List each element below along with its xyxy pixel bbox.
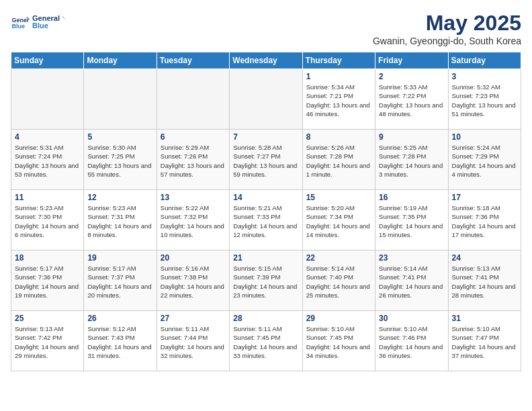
day-number: 31 bbox=[452, 314, 517, 323]
calendar-cell: 5Sunrise: 5:30 AMSunset: 7:25 PMDaylight… bbox=[84, 130, 157, 190]
calendar-cell: 15Sunrise: 5:20 AMSunset: 7:34 PMDayligh… bbox=[302, 190, 375, 250]
day-info: Sunrise: 5:34 AMSunset: 7:21 PMDaylight:… bbox=[306, 83, 371, 118]
calendar-cell: 25Sunrise: 5:13 AMSunset: 7:42 PMDayligh… bbox=[11, 311, 84, 371]
calendar-cell: 8Sunrise: 5:26 AMSunset: 7:28 PMDaylight… bbox=[302, 130, 375, 190]
calendar-cell: 12Sunrise: 5:23 AMSunset: 7:31 PMDayligh… bbox=[84, 190, 157, 250]
weekday-header-monday: Monday bbox=[84, 52, 157, 69]
calendar-cell: 20Sunrise: 5:16 AMSunset: 7:38 PMDayligh… bbox=[157, 250, 229, 311]
weekday-header-row: SundayMondayTuesdayWednesdayThursdayFrid… bbox=[11, 52, 521, 69]
calendar-cell: 4Sunrise: 5:31 AMSunset: 7:24 PMDaylight… bbox=[11, 130, 84, 190]
day-info: Sunrise: 5:22 AMSunset: 7:32 PMDaylight:… bbox=[161, 203, 226, 239]
calendar-cell: 3Sunrise: 5:32 AMSunset: 7:23 PMDaylight… bbox=[448, 69, 521, 130]
day-number: 11 bbox=[15, 193, 80, 202]
day-info: Sunrise: 5:18 AMSunset: 7:36 PMDaylight:… bbox=[452, 203, 517, 239]
day-info: Sunrise: 5:23 AMSunset: 7:30 PMDaylight:… bbox=[15, 203, 80, 239]
logo-icon: General Blue bbox=[11, 13, 30, 32]
calendar-cell: 31Sunrise: 5:10 AMSunset: 7:47 PMDayligh… bbox=[448, 311, 521, 371]
day-info: Sunrise: 5:10 AMSunset: 7:46 PMDaylight:… bbox=[379, 324, 444, 360]
day-info: Sunrise: 5:10 AMSunset: 7:45 PMDaylight:… bbox=[306, 324, 371, 360]
weekday-header-friday: Friday bbox=[375, 52, 448, 69]
day-info: Sunrise: 5:28 AMSunset: 7:27 PMDaylight:… bbox=[233, 143, 298, 179]
day-number: 2 bbox=[379, 72, 444, 81]
weekday-header-sunday: Sunday bbox=[11, 52, 84, 69]
day-info: Sunrise: 5:20 AMSunset: 7:34 PMDaylight:… bbox=[306, 203, 371, 239]
page-header: General Blue General Blue May 2025 Gwani… bbox=[11, 11, 521, 46]
day-info: Sunrise: 5:16 AMSunset: 7:38 PMDaylight:… bbox=[161, 264, 226, 300]
calendar-cell: 1Sunrise: 5:34 AMSunset: 7:21 PMDaylight… bbox=[302, 69, 375, 130]
calendar-cell: 7Sunrise: 5:28 AMSunset: 7:27 PMDaylight… bbox=[230, 130, 302, 190]
svg-text:General: General bbox=[32, 14, 60, 22]
calendar-cell: 23Sunrise: 5:14 AMSunset: 7:41 PMDayligh… bbox=[375, 250, 448, 311]
day-number: 25 bbox=[15, 314, 80, 323]
day-info: Sunrise: 5:31 AMSunset: 7:24 PMDaylight:… bbox=[15, 143, 80, 179]
week-row-3: 11Sunrise: 5:23 AMSunset: 7:30 PMDayligh… bbox=[11, 190, 521, 250]
day-number: 24 bbox=[452, 253, 517, 263]
day-number: 28 bbox=[233, 314, 298, 323]
day-info: Sunrise: 5:13 AMSunset: 7:41 PMDaylight:… bbox=[452, 264, 517, 300]
day-info: Sunrise: 5:12 AMSunset: 7:43 PMDaylight:… bbox=[87, 324, 152, 360]
day-info: Sunrise: 5:32 AMSunset: 7:23 PMDaylight:… bbox=[452, 83, 517, 118]
day-info: Sunrise: 5:23 AMSunset: 7:31 PMDaylight:… bbox=[87, 203, 152, 239]
day-number: 21 bbox=[233, 253, 298, 263]
day-number: 22 bbox=[306, 253, 371, 263]
calendar-table: SundayMondayTuesdayWednesdayThursdayFrid… bbox=[11, 52, 521, 371]
calendar-cell: 19Sunrise: 5:17 AMSunset: 7:37 PMDayligh… bbox=[84, 250, 157, 311]
logo-bird-icon: General Blue bbox=[32, 11, 66, 35]
day-info: Sunrise: 5:30 AMSunset: 7:25 PMDaylight:… bbox=[87, 143, 152, 179]
day-info: Sunrise: 5:14 AMSunset: 7:41 PMDaylight:… bbox=[379, 264, 444, 300]
day-number: 27 bbox=[161, 314, 226, 323]
calendar-cell: 16Sunrise: 5:19 AMSunset: 7:35 PMDayligh… bbox=[375, 190, 448, 250]
day-number: 1 bbox=[306, 72, 371, 81]
title-block: May 2025 Gwanin, Gyeonggi-do, South Kore… bbox=[373, 11, 521, 46]
day-number: 9 bbox=[379, 132, 444, 142]
day-info: Sunrise: 5:29 AMSunset: 7:26 PMDaylight:… bbox=[161, 143, 226, 179]
week-row-4: 18Sunrise: 5:17 AMSunset: 7:36 PMDayligh… bbox=[11, 250, 521, 311]
day-info: Sunrise: 5:11 AMSunset: 7:44 PMDaylight:… bbox=[161, 324, 226, 360]
calendar-cell: 10Sunrise: 5:24 AMSunset: 7:29 PMDayligh… bbox=[448, 130, 521, 190]
day-number: 15 bbox=[306, 193, 371, 202]
day-info: Sunrise: 5:24 AMSunset: 7:29 PMDaylight:… bbox=[452, 143, 517, 179]
calendar-cell bbox=[157, 69, 229, 130]
calendar-cell: 26Sunrise: 5:12 AMSunset: 7:43 PMDayligh… bbox=[84, 311, 157, 371]
day-number: 17 bbox=[452, 193, 517, 202]
weekday-header-tuesday: Tuesday bbox=[157, 52, 229, 69]
calendar-cell bbox=[11, 69, 84, 130]
day-number: 12 bbox=[87, 193, 152, 202]
day-number: 13 bbox=[161, 193, 226, 202]
day-number: 29 bbox=[306, 314, 371, 323]
day-number: 14 bbox=[233, 193, 298, 202]
calendar-cell bbox=[84, 69, 157, 130]
calendar-cell: 13Sunrise: 5:22 AMSunset: 7:32 PMDayligh… bbox=[157, 190, 229, 250]
day-info: Sunrise: 5:33 AMSunset: 7:22 PMDaylight:… bbox=[379, 83, 444, 118]
calendar-cell: 29Sunrise: 5:10 AMSunset: 7:45 PMDayligh… bbox=[302, 311, 375, 371]
day-number: 23 bbox=[379, 253, 444, 263]
weekday-header-wednesday: Wednesday bbox=[230, 52, 302, 69]
svg-marker-6 bbox=[62, 16, 66, 20]
day-info: Sunrise: 5:13 AMSunset: 7:42 PMDaylight:… bbox=[15, 324, 80, 360]
logo: General Blue General Blue bbox=[11, 11, 66, 35]
day-number: 26 bbox=[87, 314, 152, 323]
day-info: Sunrise: 5:15 AMSunset: 7:39 PMDaylight:… bbox=[233, 264, 298, 300]
calendar-cell: 6Sunrise: 5:29 AMSunset: 7:26 PMDaylight… bbox=[157, 130, 229, 190]
day-info: Sunrise: 5:19 AMSunset: 7:35 PMDaylight:… bbox=[379, 203, 444, 239]
month-title: May 2025 bbox=[373, 11, 521, 36]
day-info: Sunrise: 5:17 AMSunset: 7:36 PMDaylight:… bbox=[15, 264, 80, 300]
calendar-cell: 17Sunrise: 5:18 AMSunset: 7:36 PMDayligh… bbox=[448, 190, 521, 250]
day-number: 18 bbox=[15, 253, 80, 263]
calendar-cell: 24Sunrise: 5:13 AMSunset: 7:41 PMDayligh… bbox=[448, 250, 521, 311]
calendar-cell: 22Sunrise: 5:14 AMSunset: 7:40 PMDayligh… bbox=[302, 250, 375, 311]
day-info: Sunrise: 5:17 AMSunset: 7:37 PMDaylight:… bbox=[87, 264, 152, 300]
location-subtitle: Gwanin, Gyeonggi-do, South Korea bbox=[373, 36, 521, 46]
calendar-cell: 11Sunrise: 5:23 AMSunset: 7:30 PMDayligh… bbox=[11, 190, 84, 250]
day-number: 3 bbox=[452, 72, 517, 81]
day-number: 6 bbox=[161, 132, 226, 142]
calendar-cell: 28Sunrise: 5:11 AMSunset: 7:45 PMDayligh… bbox=[230, 311, 302, 371]
day-number: 30 bbox=[379, 314, 444, 323]
day-info: Sunrise: 5:10 AMSunset: 7:47 PMDaylight:… bbox=[452, 324, 517, 360]
day-info: Sunrise: 5:14 AMSunset: 7:40 PMDaylight:… bbox=[306, 264, 371, 300]
calendar-cell: 14Sunrise: 5:21 AMSunset: 7:33 PMDayligh… bbox=[230, 190, 302, 250]
week-row-5: 25Sunrise: 5:13 AMSunset: 7:42 PMDayligh… bbox=[11, 311, 521, 371]
calendar-cell: 2Sunrise: 5:33 AMSunset: 7:22 PMDaylight… bbox=[375, 69, 448, 130]
day-number: 10 bbox=[452, 132, 517, 142]
calendar-cell: 30Sunrise: 5:10 AMSunset: 7:46 PMDayligh… bbox=[375, 311, 448, 371]
